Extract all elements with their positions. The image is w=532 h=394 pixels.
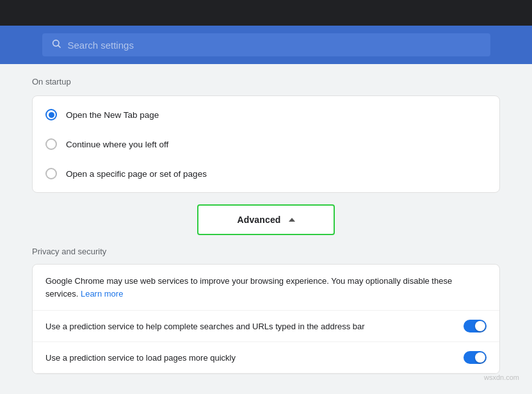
privacy-section-title: Privacy and security xyxy=(32,247,500,256)
radio-item-new-tab[interactable]: Open the New Tab page xyxy=(33,100,499,129)
chevron-up-icon xyxy=(289,218,295,222)
radio-item-continue[interactable]: Continue where you left off xyxy=(33,129,499,159)
svg-line-1 xyxy=(58,45,60,47)
learn-more-link[interactable]: Learn more xyxy=(81,289,123,299)
privacy-info-row: Google Chrome may use web services to im… xyxy=(33,265,499,311)
search-bar-container: Search settings xyxy=(0,26,532,64)
radio-circle-new-tab xyxy=(45,109,57,120)
advanced-button[interactable]: Advanced xyxy=(197,204,334,235)
search-bar[interactable]: Search settings xyxy=(42,33,490,56)
toggle-row-prediction-load: Use a prediction service to load pages m… xyxy=(33,342,499,373)
privacy-card: Google Chrome may use web services to im… xyxy=(32,264,500,374)
toggle-label-prediction-search: Use a prediction service to help complet… xyxy=(45,322,463,331)
advanced-btn-wrap: Advanced xyxy=(32,204,500,235)
main-content: On startup Open the New Tab page Continu… xyxy=(0,64,532,387)
startup-options-card: Open the New Tab page Continue where you… xyxy=(32,95,500,193)
toggle-row-prediction-search: Use a prediction service to help complet… xyxy=(33,311,499,342)
advanced-button-label: Advanced xyxy=(237,215,280,225)
search-placeholder: Search settings xyxy=(68,40,134,51)
search-icon xyxy=(51,38,61,51)
title-bar xyxy=(0,0,532,26)
on-startup-title: On startup xyxy=(32,77,500,86)
toggle-prediction-load[interactable] xyxy=(463,351,487,364)
radio-label-specific-page: Open a specific page or set of pages xyxy=(66,169,207,179)
toggle-label-prediction-load: Use a prediction service to load pages m… xyxy=(45,353,463,363)
radio-circle-specific-page xyxy=(45,168,57,179)
radio-item-specific-page[interactable]: Open a specific page or set of pages xyxy=(33,159,499,188)
radio-label-continue: Continue where you left off xyxy=(66,140,168,149)
radio-circle-continue xyxy=(45,138,57,150)
toggle-prediction-search[interactable] xyxy=(463,320,487,332)
watermark: wsxdn.com xyxy=(484,373,519,381)
radio-label-new-tab: Open the New Tab page xyxy=(66,110,159,120)
